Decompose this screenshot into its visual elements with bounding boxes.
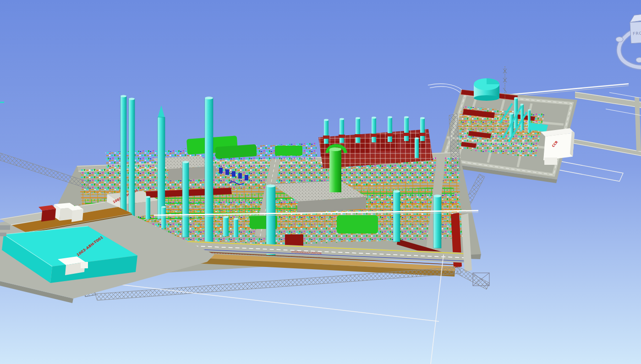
ring-handle-west[interactable] — [616, 37, 623, 42]
dome-storage-tank[interactable] — [474, 78, 499, 101]
viewcube-front-label: FRONT — [633, 31, 641, 36]
ring-handle-south[interactable] — [636, 58, 641, 63]
pipe-stub — [0, 102, 4, 103]
3d-viewport[interactable]: CCR — [0, 0, 641, 364]
